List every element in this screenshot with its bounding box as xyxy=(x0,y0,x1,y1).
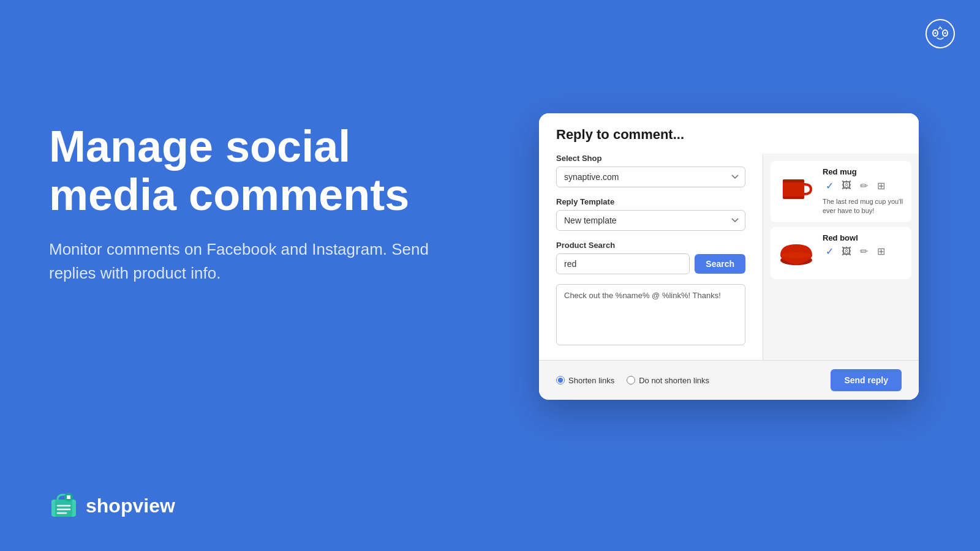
search-button[interactable]: Search xyxy=(695,254,745,274)
shorten-links-radio[interactable] xyxy=(556,376,565,384)
product-check-icon-bowl[interactable]: ✓ xyxy=(823,245,836,258)
product-info-red-bowl: Red bowl ✓ 🖼 ✏ ⊞ xyxy=(823,233,905,258)
hero-title: Manage social media comments xyxy=(49,122,447,219)
dialog-title: Reply to comment... xyxy=(556,127,902,143)
product-actions-red-mug: ✓ 🖼 ✏ ⊞ xyxy=(823,179,905,192)
select-shop-label: Select Shop xyxy=(556,154,745,163)
shorten-links-label[interactable]: Shorten links xyxy=(556,376,614,385)
svg-rect-8 xyxy=(55,500,72,517)
reply-template-dropdown[interactable]: New template Template 1 Template 2 xyxy=(556,210,745,231)
product-card-red-bowl: Red bowl ✓ 🖼 ✏ ⊞ xyxy=(771,227,911,279)
reply-textarea-group: Check out the %name% @ %link%! Thanks! xyxy=(556,284,745,345)
reply-template-label: Reply Template xyxy=(556,197,745,206)
product-search-label: Product Search xyxy=(556,241,745,250)
product-card-red-mug: Red mug ✓ 🖼 ✏ ⊞ The last red mug cup you… xyxy=(771,161,911,222)
product-edit-icon[interactable]: ✏ xyxy=(857,179,870,192)
brand-name: shopview xyxy=(86,495,175,517)
no-shorten-links-radio[interactable] xyxy=(627,376,635,384)
product-results-panel: Red mug ✓ 🖼 ✏ ⊞ The last red mug cup you… xyxy=(763,154,919,360)
svg-point-6 xyxy=(944,32,946,34)
product-image-icon-bowl[interactable]: 🖼 xyxy=(840,245,853,258)
svg-rect-13 xyxy=(67,495,70,499)
svg-rect-16 xyxy=(783,197,804,199)
product-edit-icon-bowl[interactable]: ✏ xyxy=(857,245,870,258)
dialog-header: Reply to comment... xyxy=(539,113,919,143)
product-name-red-bowl: Red bowl xyxy=(823,233,905,242)
search-row: Search xyxy=(556,253,745,274)
link-options-group: Shorten links Do not shorten links xyxy=(556,376,709,385)
search-input[interactable] xyxy=(556,253,690,274)
hero-section: Manage social media comments Monitor com… xyxy=(49,122,447,285)
shopview-logo-icon xyxy=(49,491,78,520)
svg-rect-15 xyxy=(783,179,804,182)
svg-point-0 xyxy=(926,20,954,48)
product-image-red-bowl xyxy=(777,233,816,273)
send-reply-button[interactable]: Send reply xyxy=(831,369,902,391)
product-check-icon[interactable]: ✓ xyxy=(823,179,836,192)
svg-point-18 xyxy=(782,252,811,258)
brand-logo: shopview xyxy=(49,491,175,520)
product-description-red-mug: The last red mug cup you'll ever have to… xyxy=(823,197,905,216)
product-image-red-mug xyxy=(777,167,816,207)
product-info-red-mug: Red mug ✓ 🖼 ✏ ⊞ The last red mug cup you… xyxy=(823,167,905,216)
product-name-red-mug: Red mug xyxy=(823,167,905,176)
reply-textarea[interactable]: Check out the %name% @ %link%! Thanks! xyxy=(556,284,745,345)
product-search-group: Product Search Search xyxy=(556,241,745,274)
dialog-footer: Shorten links Do not shorten links Send … xyxy=(539,360,919,400)
product-grid-icon[interactable]: ⊞ xyxy=(874,179,888,192)
reply-template-group: Reply Template New template Template 1 T… xyxy=(556,197,745,231)
no-shorten-links-label[interactable]: Do not shorten links xyxy=(627,376,709,385)
product-actions-red-bowl: ✓ 🖼 ✏ ⊞ xyxy=(823,245,905,258)
product-grid-icon-bowl[interactable]: ⊞ xyxy=(874,245,888,258)
svg-point-5 xyxy=(935,32,937,34)
select-shop-group: Select Shop synaptive.com other-shop.com xyxy=(556,154,745,187)
reply-dialog: Reply to comment... Select Shop synaptiv… xyxy=(539,113,919,400)
select-shop-dropdown[interactable]: synaptive.com other-shop.com xyxy=(556,167,745,187)
hootsuite-owl-icon xyxy=(925,18,956,49)
dialog-body: Select Shop synaptive.com other-shop.com… xyxy=(539,154,919,360)
dialog-left-panel: Select Shop synaptive.com other-shop.com… xyxy=(539,154,763,360)
product-image-icon[interactable]: 🖼 xyxy=(840,179,853,192)
hero-subtitle: Monitor comments on Facebook and Instagr… xyxy=(49,238,447,285)
